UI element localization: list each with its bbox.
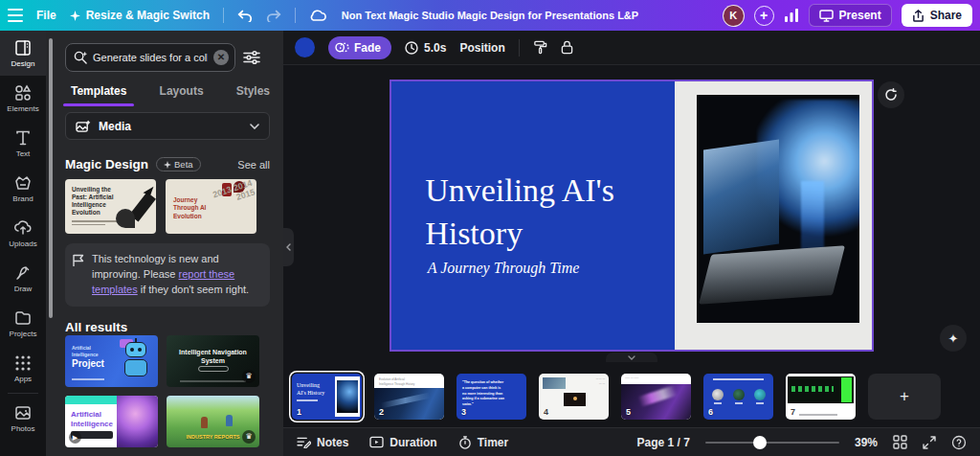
magic-template-2[interactable]: 2013 2014 2015 Journey Through AI Evolut… <box>166 179 256 234</box>
avatar[interactable]: K <box>723 5 745 27</box>
search-input[interactable] <box>93 52 208 63</box>
magic-assistant-button[interactable]: ✦ <box>940 325 967 352</box>
refresh-icon <box>884 88 898 102</box>
tab-templates[interactable]: Templates <box>69 79 128 106</box>
chevron-down-icon <box>628 355 635 360</box>
search-box[interactable]: ✕ <box>65 43 235 72</box>
see-all-link[interactable]: See all <box>237 159 270 171</box>
sidebar-item-text[interactable]: Text <box>0 121 46 166</box>
fullscreen-button[interactable] <box>923 436 936 449</box>
top-bar: File Resize & Magic Switch Non Text Magi… <box>0 0 980 31</box>
filmstrip-slide-3[interactable]: "The question of whether a computer can … <box>457 374 526 420</box>
elements-icon <box>14 84 32 102</box>
sidebar-item-brand[interactable]: Brand <box>0 166 46 211</box>
filmstrip-slide-7[interactable]: 7 <box>786 374 856 420</box>
media-dropdown[interactable]: Media <box>65 112 270 140</box>
magic-template-1[interactable]: Unveiling the Past: Artificial Intellige… <box>65 179 156 234</box>
redo-button[interactable] <box>266 9 281 22</box>
help-button[interactable] <box>951 435 967 450</box>
filmstrip-slide-6[interactable]: 6 <box>703 374 773 420</box>
zoom-slider[interactable] <box>705 436 839 449</box>
result-template-navigation-system[interactable]: Intelligent Navigation System ♛ <box>167 335 259 387</box>
plus-icon: + <box>900 387 909 406</box>
bar-chart-icon <box>784 9 799 22</box>
insights-button[interactable] <box>784 9 799 22</box>
file-menu[interactable]: File <box>36 9 56 22</box>
undo-button[interactable] <box>237 9 253 22</box>
zoom-percent: 39% <box>855 436 878 449</box>
share-icon <box>912 10 924 22</box>
pro-crown-badge: ♛ <box>242 370 256 383</box>
beta-star-icon <box>164 161 171 169</box>
ai-disclaimer: This technology is new and improving. Pl… <box>65 243 270 307</box>
divider <box>295 8 296 23</box>
lock-button[interactable] <box>561 40 573 55</box>
beta-badge: Beta <box>156 157 201 171</box>
transition-fade-button[interactable]: Fade <box>328 36 391 59</box>
clear-search-button[interactable]: ✕ <box>213 50 229 65</box>
ai-laptop-photo[interactable] <box>697 95 860 323</box>
present-button[interactable]: Present <box>809 4 892 27</box>
result-template-ai-video[interactable]: Artificial Intelligence ▶ <box>65 396 158 447</box>
magic-design-title: Magic Design <box>65 157 148 171</box>
bottom-bar: Notes Duration Timer Page 1 / 7 39% <box>283 427 980 456</box>
filmstrip-slide-5[interactable]: —— — —— 5 <box>621 374 691 420</box>
magic-search-icon <box>74 51 87 64</box>
divider <box>8 393 38 394</box>
filmstrip-slide-4[interactable]: — — —— — 4 <box>539 374 609 420</box>
timer-button[interactable]: Timer <box>458 436 508 449</box>
sidebar-item-draw[interactable]: Draw <box>0 256 46 301</box>
sparkle-icon: ✦ <box>948 331 959 346</box>
grid-view-icon <box>893 435 907 449</box>
panel-tabs: Templates Layouts Styles <box>65 79 276 106</box>
slide-page-1[interactable]: Unveiling AI's History A Journey Through… <box>390 80 874 352</box>
duration-bar-button[interactable]: Duration <box>369 436 436 449</box>
design-icon <box>14 39 32 57</box>
apps-icon <box>14 354 32 372</box>
resize-magic-switch-button[interactable]: Resize & Magic Switch <box>70 9 210 22</box>
document-title[interactable]: Non Text Magic Studio Magic Design for P… <box>342 0 638 31</box>
photos-icon <box>14 404 32 422</box>
duration-button[interactable]: 5.0s <box>405 41 446 55</box>
sidebar-item-elements[interactable]: Elements <box>0 76 46 121</box>
background-color-swatch[interactable] <box>295 37 315 57</box>
zoom-slider-thumb[interactable] <box>753 436 767 449</box>
cloud-save-button[interactable] <box>309 10 326 22</box>
sidebar-item-apps[interactable]: Apps <box>0 346 46 391</box>
panel-collapse-handle[interactable] <box>283 228 294 266</box>
canva-editor: File Resize & Magic Switch Non Text Magi… <box>0 0 980 456</box>
grid-view-button[interactable] <box>893 435 907 449</box>
panel-scrollbar[interactable] <box>49 38 53 318</box>
result-template-ai-project[interactable]: Artificial Intelligence Project <box>65 335 158 387</box>
chevron-down-icon <box>250 124 259 129</box>
result-template-cartoon[interactable]: INDUSTRY REPORTS ♛ <box>167 396 259 447</box>
filmstrip-slide-1[interactable]: Unveiling AI's History 1 <box>292 374 362 420</box>
position-button[interactable]: Position <box>459 41 504 55</box>
tab-layouts[interactable]: Layouts <box>158 79 206 106</box>
sidebar-item-uploads[interactable]: Uploads <box>0 211 46 256</box>
share-button[interactable]: Share <box>902 4 972 27</box>
lock-icon <box>561 40 573 55</box>
copy-style-button[interactable] <box>533 40 547 55</box>
expand-icon <box>923 436 936 449</box>
sidebar-item-design[interactable]: Design <box>0 31 46 76</box>
templates-panel: ✕ Templates Layouts Styles Media Magic D… <box>46 31 283 456</box>
slide-subtitle-text[interactable]: A Journey Through Time <box>428 260 580 277</box>
menu-button[interactable] <box>8 9 23 22</box>
robot-illustration <box>122 342 150 382</box>
sidebar-item-photos[interactable]: Photos <box>0 396 46 441</box>
redo-icon <box>266 9 281 22</box>
divider <box>223 8 224 23</box>
tab-styles[interactable]: Styles <box>234 79 272 106</box>
filter-button[interactable] <box>243 50 260 65</box>
regenerate-button[interactable] <box>878 81 904 108</box>
draw-icon <box>14 264 32 282</box>
add-page-button[interactable]: + <box>868 374 941 420</box>
canvas-collapse-handle[interactable] <box>606 353 657 362</box>
notes-button[interactable]: Notes <box>297 436 348 449</box>
slide-title-text[interactable]: Unveiling AI's History <box>425 170 684 254</box>
sidebar-item-projects[interactable]: Projects <box>0 301 46 346</box>
filmstrip-slide-2[interactable]: Evolution of Artificial Intelligence Thr… <box>374 374 444 420</box>
add-member-button[interactable]: + <box>754 6 774 26</box>
all-results-title: All results <box>65 320 127 334</box>
